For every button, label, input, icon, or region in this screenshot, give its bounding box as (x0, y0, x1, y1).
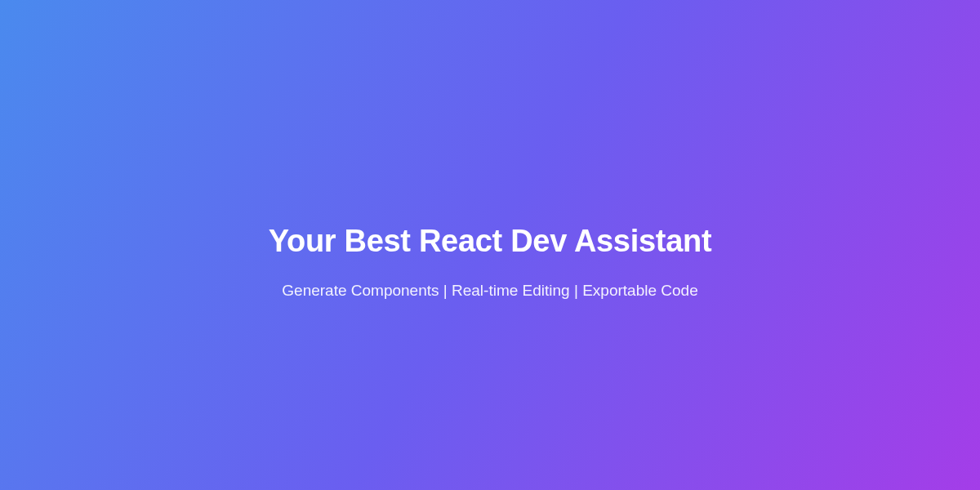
subline: Generate Components | Real-time Editing … (282, 282, 697, 300)
hero-section: Your Best React Dev Assistant Generate C… (269, 224, 712, 300)
headline: Your Best React Dev Assistant (269, 224, 712, 259)
